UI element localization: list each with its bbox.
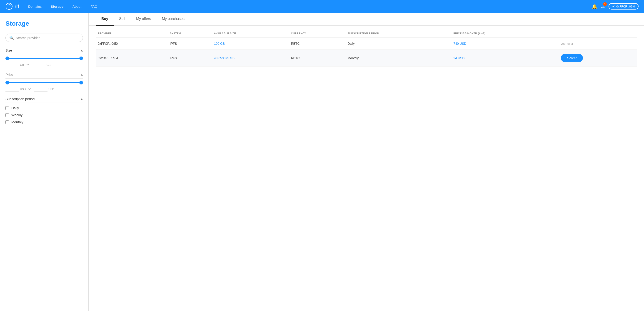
col-system: SYSTEM bbox=[168, 29, 212, 38]
price-max-unit: USD bbox=[48, 88, 54, 91]
size-range-track bbox=[6, 58, 83, 59]
svg-point-1 bbox=[9, 4, 10, 5]
subscription-filter-label: Subscription period bbox=[6, 97, 34, 101]
price-min-group: 24 USD bbox=[6, 87, 26, 91]
sidebar-title: Storage bbox=[6, 20, 83, 27]
nav-storage[interactable]: Storage bbox=[51, 4, 64, 8]
wallet-address: 0xFFCF...09f0 bbox=[616, 5, 635, 8]
size-min-group: 1 GB bbox=[6, 62, 24, 67]
price-slider-container: 24 USD to 740 USD bbox=[6, 82, 83, 91]
price-max-input[interactable]: 740 bbox=[34, 87, 48, 91]
row1-system: IPFS bbox=[168, 38, 212, 50]
row2-subscription: Monthly bbox=[346, 50, 452, 66]
price-filter-section: Price ∧ 24 USD to 740 USD bbox=[6, 73, 83, 91]
price-range-track bbox=[6, 82, 83, 83]
search-input[interactable] bbox=[16, 36, 79, 40]
navbar: rif Domains Storage About FAQ 🔔 ⇄ 1 ✔ 0x… bbox=[0, 0, 644, 13]
table-row: 0x2Bc6...1a84 IPFS 49.859375 GB RBTC Mon… bbox=[96, 50, 637, 66]
row1-subscription: Daily bbox=[346, 38, 452, 50]
notification-bell-icon[interactable]: 🔔 bbox=[592, 4, 598, 9]
checkbox-daily-label: Daily bbox=[11, 106, 19, 110]
table-container: PROVIDER SYSTEM AVAILABLE SIZE CURRENCY … bbox=[88, 26, 644, 311]
checkbox-weekly[interactable]: Weekly bbox=[6, 113, 83, 117]
wallet-check-icon: ✔ bbox=[612, 4, 615, 8]
nav-domains[interactable]: Domains bbox=[28, 4, 42, 8]
main-layout: Storage 🔍 Size ∧ 1 GB bbox=[0, 13, 644, 311]
col-action bbox=[559, 29, 637, 38]
navbar-right: 🔔 ⇄ 1 ✔ 0xFFCF...09f0 bbox=[592, 3, 638, 9]
logo: rif bbox=[6, 3, 19, 10]
subscription-checkbox-list: Daily Weekly Monthly bbox=[6, 106, 83, 124]
price-min-unit: USD bbox=[20, 88, 26, 91]
tab-my-offers[interactable]: My offers bbox=[131, 13, 156, 26]
subscription-chevron-icon[interactable]: ∧ bbox=[81, 97, 83, 101]
size-max-group: 100 GB bbox=[32, 62, 50, 67]
size-filter-label: Size bbox=[6, 48, 12, 52]
size-filter-section: Size ∧ 1 GB to 100 GB bbox=[6, 48, 83, 67]
row1-action: your offer bbox=[559, 38, 637, 50]
checkbox-monthly-label: Monthly bbox=[11, 120, 24, 124]
checkbox-monthly[interactable]: Monthly bbox=[6, 120, 83, 124]
checkbox-monthly-input[interactable] bbox=[6, 120, 9, 124]
price-chevron-icon[interactable]: ∧ bbox=[81, 73, 83, 76]
nav-about[interactable]: About bbox=[72, 4, 81, 8]
price-range-inputs: 24 USD to 740 USD bbox=[6, 87, 83, 91]
price-max-group: 740 USD bbox=[34, 87, 54, 91]
table-row: 0xFFCF...09f0 IPFS 100 GB RBTC Daily 740… bbox=[96, 38, 637, 50]
sidebar: Storage 🔍 Size ∧ 1 GB bbox=[0, 13, 88, 311]
wallet-button[interactable]: ✔ 0xFFCF...09f0 bbox=[608, 3, 638, 9]
checkbox-weekly-input[interactable] bbox=[6, 113, 9, 117]
size-range-inputs: 1 GB to 100 GB bbox=[6, 62, 83, 67]
price-to-label: to bbox=[28, 87, 31, 91]
col-provider: PROVIDER bbox=[96, 29, 168, 38]
search-icon: 🔍 bbox=[9, 36, 14, 40]
size-filter-header: Size ∧ bbox=[6, 48, 83, 54]
checkbox-daily-input[interactable] bbox=[6, 106, 9, 110]
price-filter-label: Price bbox=[6, 73, 13, 76]
notification-badge: 1 bbox=[603, 2, 607, 6]
row2-system: IPFS bbox=[168, 50, 212, 66]
row2-available-size[interactable]: 49.859375 GB bbox=[212, 50, 289, 66]
row1-available-size[interactable]: 100 GB bbox=[212, 38, 289, 50]
row1-price[interactable]: 740 USD bbox=[452, 38, 559, 50]
subscription-filter-section: Subscription period ∧ Daily Weekly Month… bbox=[6, 97, 83, 124]
col-available-size: AVAILABLE SIZE bbox=[212, 29, 289, 38]
checkbox-daily[interactable]: Daily bbox=[6, 106, 83, 110]
size-max-unit: GB bbox=[46, 63, 50, 66]
table-body: 0xFFCF...09f0 IPFS 100 GB RBTC Daily 740… bbox=[96, 38, 637, 66]
row2-action: Select bbox=[559, 50, 637, 66]
search-box: 🔍 bbox=[6, 33, 83, 42]
row1-provider: 0xFFCF...09f0 bbox=[96, 38, 168, 50]
logo-text: rif bbox=[14, 4, 19, 9]
size-to-label: to bbox=[26, 63, 29, 67]
checkbox-weekly-label: Weekly bbox=[11, 113, 22, 117]
tabs-bar: Buy Sell My offers My purchases bbox=[88, 13, 644, 26]
subscription-filter-header: Subscription period ∧ bbox=[6, 97, 83, 103]
size-chevron-icon[interactable]: ∧ bbox=[81, 48, 83, 52]
col-currency: CURRENCY bbox=[289, 29, 346, 38]
your-offer-label: your offer bbox=[561, 42, 573, 45]
select-button[interactable]: Select bbox=[561, 54, 583, 62]
tab-my-purchases[interactable]: My purchases bbox=[156, 13, 190, 26]
size-slider-container: 1 GB to 100 GB bbox=[6, 58, 83, 67]
tab-buy[interactable]: Buy bbox=[96, 13, 114, 26]
size-min-input[interactable]: 1 bbox=[6, 62, 19, 67]
price-min-input[interactable]: 24 bbox=[6, 87, 19, 91]
transfer-icon-container[interactable]: ⇄ 1 bbox=[601, 4, 605, 9]
size-range-thumb-left[interactable] bbox=[6, 56, 9, 60]
col-price: PRICE/GB/MONTH (AVG) bbox=[452, 29, 559, 38]
col-subscription-period: SUBSCRIPTION PERIOD bbox=[346, 29, 452, 38]
row2-price[interactable]: 24 USD bbox=[452, 50, 559, 66]
table-header: PROVIDER SYSTEM AVAILABLE SIZE CURRENCY … bbox=[96, 29, 637, 38]
row2-currency: RBTC bbox=[289, 50, 346, 66]
size-max-input[interactable]: 100 bbox=[32, 62, 46, 67]
size-range-thumb-right[interactable] bbox=[79, 56, 83, 60]
tab-sell[interactable]: Sell bbox=[114, 13, 131, 26]
row1-currency: RBTC bbox=[289, 38, 346, 50]
size-min-unit: GB bbox=[20, 63, 24, 66]
nav-faq[interactable]: FAQ bbox=[90, 4, 97, 8]
price-range-thumb-left[interactable] bbox=[6, 81, 9, 84]
row2-provider: 0x2Bc6...1a84 bbox=[96, 50, 168, 66]
price-range-thumb-right[interactable] bbox=[79, 81, 83, 84]
providers-table: PROVIDER SYSTEM AVAILABLE SIZE CURRENCY … bbox=[96, 29, 637, 66]
